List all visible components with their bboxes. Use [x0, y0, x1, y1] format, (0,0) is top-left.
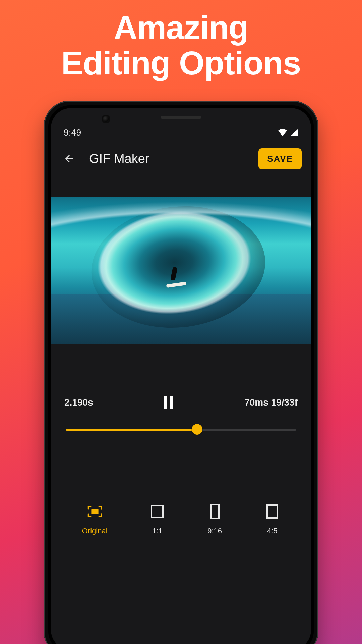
video-preview[interactable]: [51, 197, 311, 344]
seek-thumb[interactable]: [192, 424, 202, 435]
aspect-4-5[interactable]: 4:5: [264, 504, 280, 535]
page-title: GIF Maker: [89, 152, 247, 166]
svg-rect-4: [211, 504, 219, 519]
save-button[interactable]: SAVE: [258, 148, 302, 169]
aspect-label: 4:5: [267, 527, 278, 535]
aspect-1-1[interactable]: 1:1: [149, 504, 165, 535]
aspect-ratio-row: Original 1:1 9:16: [51, 504, 311, 535]
crop-original-icon: [87, 504, 103, 519]
wifi-icon: [278, 129, 288, 136]
svg-rect-2: [91, 509, 98, 514]
playback-row: 2.190s 70ms 19/33f: [64, 393, 298, 412]
preview-surfer: [168, 267, 182, 290]
seek-slider[interactable]: [66, 423, 296, 435]
svg-rect-5: [267, 505, 277, 518]
status-time: 9:49: [64, 127, 81, 138]
promo-headline: Amazing Editing Options: [0, 10, 362, 81]
frame-info: 70ms 19/33f: [244, 397, 298, 408]
phone-screen: 9:49 GIF Maker SAVE: [51, 108, 311, 644]
aspect-label: 1:1: [152, 527, 163, 535]
phone-sensor-strip: [51, 110, 311, 125]
app-bar: GIF Maker SAVE: [51, 144, 311, 173]
svg-rect-0: [164, 396, 167, 409]
promo-line-2: Editing Options: [0, 46, 362, 81]
aspect-9-16[interactable]: 9:16: [207, 504, 223, 535]
phone-camera-icon: [103, 116, 109, 122]
preview-wave-lip: [51, 197, 311, 250]
aspect-label: 9:16: [207, 527, 222, 535]
pause-button[interactable]: [159, 393, 178, 412]
back-button[interactable]: [60, 150, 78, 167]
phone-speaker-icon: [161, 116, 201, 119]
promo-line-1: Amazing: [0, 10, 362, 46]
svg-rect-1: [170, 396, 173, 409]
elapsed-time: 2.190s: [64, 397, 93, 408]
crop-4-5-icon: [264, 504, 280, 519]
status-bar: 9:49: [51, 125, 311, 140]
aspect-label: Original: [82, 527, 108, 535]
aspect-original[interactable]: Original: [82, 504, 108, 535]
seek-track-fill: [66, 429, 197, 431]
arrow-left-icon: [63, 153, 75, 164]
svg-rect-3: [152, 506, 163, 517]
crop-square-icon: [149, 504, 165, 519]
cellular-icon: [290, 129, 298, 136]
pause-icon: [164, 396, 174, 409]
phone-frame: 9:49 GIF Maker SAVE: [44, 101, 318, 644]
crop-9-16-icon: [207, 504, 223, 519]
